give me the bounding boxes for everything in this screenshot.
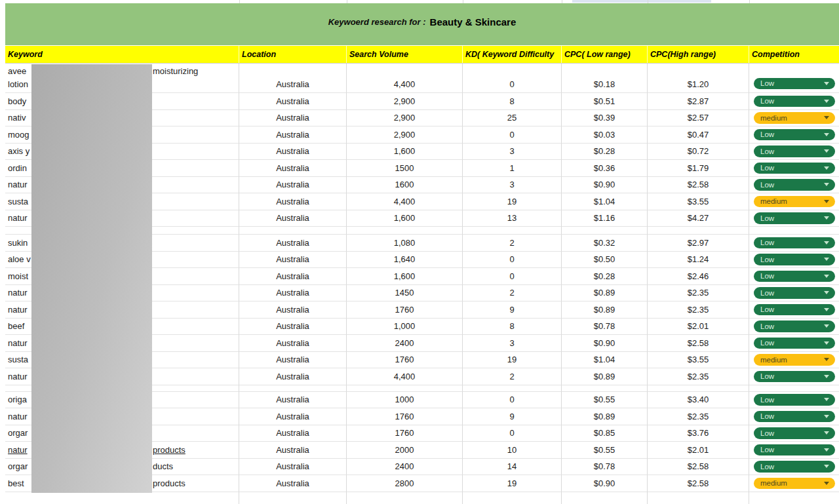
- cell-search-volume[interactable]: 1,000: [347, 319, 463, 336]
- cell-location[interactable]: Australia: [239, 442, 347, 459]
- competition-dropdown-chip[interactable]: Low: [754, 271, 835, 282]
- cell-competition[interactable]: Low: [749, 126, 839, 144]
- cell-cpc-high[interactable]: $2.01: [648, 442, 749, 459]
- cell-competition[interactable]: Low: [749, 93, 839, 110]
- cell-cpc-high[interactable]: $3.76: [648, 425, 749, 442]
- competition-dropdown-chip[interactable]: Low: [754, 129, 835, 141]
- cell-search-volume[interactable]: 1000: [347, 392, 463, 409]
- cell-competition[interactable]: Low: [749, 144, 839, 161]
- cell-kd[interactable]: 2: [463, 235, 562, 252]
- empty-cell[interactable]: [749, 492, 839, 504]
- cell-location[interactable]: Australia: [239, 475, 347, 492]
- cell-kd[interactable]: 2: [463, 285, 562, 302]
- competition-dropdown-chip[interactable]: Low: [754, 320, 835, 332]
- empty-cell[interactable]: [239, 385, 347, 392]
- cell-cpc-low[interactable]: $1.04: [562, 352, 648, 369]
- cell-cpc-high[interactable]: $2.97: [648, 235, 749, 252]
- cell-cpc-high[interactable]: $4.27: [648, 210, 749, 227]
- cell-cpc-high[interactable]: $2.35: [648, 301, 749, 319]
- competition-dropdown-chip[interactable]: medium: [754, 112, 835, 124]
- competition-dropdown-chip[interactable]: Low: [754, 78, 835, 90]
- competition-dropdown-chip[interactable]: medium: [754, 478, 835, 490]
- cell-location[interactable]: Australia: [239, 285, 347, 302]
- cell-location[interactable]: Australia: [239, 177, 347, 194]
- column-header-cpc-low[interactable]: CPC( Low range): [562, 46, 648, 63]
- cell-location[interactable]: Australia: [239, 144, 347, 161]
- empty-cell[interactable]: [562, 492, 648, 504]
- competition-dropdown-chip[interactable]: Low: [754, 394, 835, 406]
- column-header-keyword[interactable]: Keyword: [5, 46, 239, 63]
- empty-cell[interactable]: [239, 492, 347, 504]
- column-header-kd[interactable]: KD( Keyword Difficulty: [463, 46, 562, 63]
- cell-cpc-low[interactable]: $0.90: [562, 335, 648, 352]
- cell-cpc-high[interactable]: $2.58: [648, 459, 749, 476]
- competition-dropdown-chip[interactable]: Low: [754, 212, 835, 224]
- cell-cpc-high[interactable]: $3.55: [648, 193, 749, 210]
- cell-location[interactable]: Australia: [239, 93, 347, 110]
- cell-cpc-high[interactable]: $3.40: [648, 392, 749, 409]
- column-header-competition[interactable]: Competition: [749, 46, 839, 63]
- cell-search-volume[interactable]: 4,400: [347, 64, 463, 93]
- cell-search-volume[interactable]: 2,900: [347, 110, 463, 127]
- cell-location[interactable]: Australia: [239, 110, 347, 127]
- cell-competition[interactable]: Low: [749, 392, 839, 409]
- cell-cpc-high[interactable]: $2.35: [648, 368, 749, 385]
- competition-dropdown-chip[interactable]: Low: [754, 287, 835, 299]
- cell-search-volume[interactable]: 1,600: [347, 268, 463, 285]
- cell-kd[interactable]: 19: [463, 352, 562, 369]
- cell-cpc-low[interactable]: $0.55: [562, 392, 648, 409]
- cell-cpc-high[interactable]: $0.47: [648, 126, 749, 144]
- cell-cpc-high[interactable]: $2.57: [648, 110, 749, 127]
- cell-cpc-high[interactable]: $2.58: [648, 177, 749, 194]
- cell-competition[interactable]: Low: [749, 210, 839, 227]
- competition-dropdown-chip[interactable]: Low: [754, 163, 835, 174]
- cell-cpc-low[interactable]: $0.51: [562, 93, 648, 110]
- cell-competition[interactable]: Low: [749, 301, 839, 319]
- column-header-search-volume[interactable]: Search Volume: [347, 46, 463, 63]
- cell-competition[interactable]: Low: [749, 285, 839, 302]
- cell-search-volume[interactable]: 1,600: [347, 144, 463, 161]
- cell-competition[interactable]: Low: [749, 319, 839, 336]
- cell-cpc-low[interactable]: $0.18: [562, 64, 648, 93]
- cell-competition[interactable]: Low: [749, 442, 839, 459]
- cell-cpc-high[interactable]: $2.01: [648, 319, 749, 336]
- cell-search-volume[interactable]: 1600: [347, 177, 463, 194]
- cell-cpc-low[interactable]: $0.28: [562, 144, 648, 161]
- competition-dropdown-chip[interactable]: Low: [754, 237, 835, 249]
- cell-kd[interactable]: 0: [463, 392, 562, 409]
- cell-kd[interactable]: 9: [463, 408, 562, 425]
- cell-location[interactable]: Australia: [239, 408, 347, 425]
- cell-location[interactable]: Australia: [239, 160, 347, 177]
- empty-cell[interactable]: [347, 385, 463, 392]
- empty-cell[interactable]: [648, 227, 749, 235]
- cell-cpc-low[interactable]: $0.85: [562, 425, 648, 442]
- empty-cell[interactable]: [239, 227, 347, 235]
- cell-search-volume[interactable]: 1760: [347, 352, 463, 369]
- cell-location[interactable]: Australia: [239, 64, 347, 93]
- cell-cpc-high[interactable]: $1.20: [648, 64, 749, 93]
- empty-cell[interactable]: [749, 227, 839, 235]
- cell-cpc-low[interactable]: $0.32: [562, 235, 648, 252]
- cell-search-volume[interactable]: 1450: [347, 285, 463, 302]
- cell-location[interactable]: Australia: [239, 319, 347, 336]
- cell-cpc-low[interactable]: $1.16: [562, 210, 648, 227]
- cell-competition[interactable]: medium: [749, 110, 839, 127]
- cell-cpc-low[interactable]: $0.03: [562, 126, 648, 144]
- competition-dropdown-chip[interactable]: Low: [754, 145, 835, 157]
- empty-cell[interactable]: [463, 385, 562, 392]
- cell-cpc-low[interactable]: $0.89: [562, 368, 648, 385]
- cell-competition[interactable]: Low: [749, 160, 839, 177]
- competition-dropdown-chip[interactable]: Low: [754, 338, 835, 349]
- cell-search-volume[interactable]: 4,400: [347, 193, 463, 210]
- cell-cpc-low[interactable]: $0.89: [562, 301, 648, 319]
- empty-cell[interactable]: [347, 492, 463, 504]
- cell-location[interactable]: Australia: [239, 210, 347, 227]
- cell-cpc-low[interactable]: $0.90: [562, 177, 648, 194]
- cell-cpc-low[interactable]: $0.28: [562, 268, 648, 285]
- cell-search-volume[interactable]: 1,600: [347, 210, 463, 227]
- cell-competition[interactable]: medium: [749, 193, 839, 210]
- cell-competition[interactable]: medium: [749, 475, 839, 492]
- cell-competition[interactable]: Low: [749, 252, 839, 269]
- cell-cpc-high[interactable]: $2.87: [648, 93, 749, 110]
- competition-dropdown-chip[interactable]: Low: [754, 371, 835, 383]
